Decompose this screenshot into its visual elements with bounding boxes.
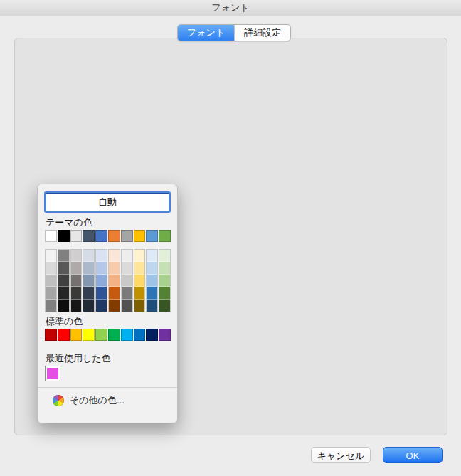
theme-variant-column: [159, 249, 171, 312]
theme-color-swatch[interactable]: [134, 230, 146, 242]
theme-variant-swatch[interactable]: [109, 262, 120, 274]
theme-variant-swatch[interactable]: [83, 275, 94, 287]
theme-variant-swatch[interactable]: [71, 287, 82, 299]
theme-variant-swatch[interactable]: [46, 287, 56, 299]
theme-variant-swatch[interactable]: [134, 300, 145, 312]
theme-variant-swatch[interactable]: [46, 262, 56, 274]
theme-color-swatch[interactable]: [70, 230, 83, 242]
tab-advanced[interactable]: 詳細設定: [234, 25, 290, 41]
theme-variant-swatch[interactable]: [147, 287, 157, 299]
theme-variant-swatch[interactable]: [159, 300, 170, 312]
standard-color-swatch[interactable]: [58, 329, 70, 341]
theme-color-swatch[interactable]: [83, 230, 95, 242]
theme-variant-swatch[interactable]: [71, 250, 82, 262]
theme-variant-column: [134, 249, 146, 312]
more-colors-label: その他の色...: [70, 394, 124, 407]
theme-variant-swatch[interactable]: [122, 250, 132, 262]
theme-variant-column: [146, 249, 158, 312]
theme-color-swatch[interactable]: [146, 230, 158, 242]
standard-color-swatch[interactable]: [146, 329, 158, 341]
theme-variant-column: [121, 249, 133, 312]
standard-color-swatch[interactable]: [108, 329, 120, 341]
theme-color-swatch[interactable]: [108, 230, 120, 242]
theme-variant-swatch[interactable]: [134, 250, 145, 262]
tab-bar: フォント 詳細設定: [177, 24, 291, 41]
theme-variant-swatch[interactable]: [83, 262, 94, 274]
cancel-button[interactable]: キャンセル: [311, 447, 371, 463]
recent-color-swatch[interactable]: [45, 366, 60, 381]
theme-variant-swatch[interactable]: [122, 275, 132, 287]
theme-variant-column: [108, 249, 120, 312]
more-colors-item[interactable]: その他の色...: [53, 394, 124, 407]
standard-color-swatch[interactable]: [134, 329, 146, 341]
theme-variant-swatch[interactable]: [134, 275, 145, 287]
theme-variant-swatch[interactable]: [83, 250, 94, 262]
standard-color-swatch[interactable]: [70, 329, 83, 341]
standard-color-swatch[interactable]: [95, 329, 107, 341]
theme-color-swatch[interactable]: [45, 230, 57, 242]
theme-variant-swatch[interactable]: [46, 250, 56, 262]
theme-variant-swatch[interactable]: [83, 287, 94, 299]
theme-variant-swatch[interactable]: [58, 250, 69, 262]
theme-variant-swatch[interactable]: [122, 300, 132, 312]
theme-variant-column: [70, 249, 83, 312]
automatic-color-button[interactable]: 自動: [46, 193, 169, 211]
window-title: フォント: [211, 2, 249, 13]
tab-font[interactable]: フォント: [178, 25, 234, 41]
theme-variant-swatch[interactable]: [58, 275, 69, 287]
standard-color-swatch[interactable]: [121, 329, 133, 341]
theme-variant-swatch[interactable]: [58, 262, 69, 274]
popup-divider: [38, 387, 177, 388]
recent-colors-label: 最近使用した色: [46, 352, 111, 365]
theme-variant-swatch[interactable]: [147, 262, 157, 274]
standard-colors-label: 標準の色: [46, 315, 83, 328]
window-titlebar: フォント: [0, 0, 461, 16]
theme-variant-swatch[interactable]: [46, 275, 56, 287]
ok-button[interactable]: OK: [383, 447, 443, 463]
theme-color-row: [45, 230, 171, 242]
standard-color-row: [45, 329, 171, 341]
theme-variant-swatch[interactable]: [83, 300, 94, 312]
theme-variant-swatch[interactable]: [96, 287, 107, 299]
theme-variant-swatch[interactable]: [96, 275, 107, 287]
standard-color-swatch[interactable]: [159, 329, 171, 341]
theme-variant-swatch[interactable]: [71, 300, 82, 312]
theme-color-swatch[interactable]: [95, 230, 107, 242]
theme-variant-column: [95, 249, 107, 312]
theme-variant-swatch[interactable]: [122, 287, 132, 299]
theme-variant-swatch[interactable]: [122, 262, 132, 274]
theme-variant-column: [58, 249, 70, 312]
theme-variant-grid: [45, 249, 171, 312]
theme-variant-swatch[interactable]: [147, 275, 157, 287]
font-color-popup: 自動 テーマの色 標準の色 最近使用した色 その他の色...: [37, 184, 178, 423]
theme-variant-swatch[interactable]: [96, 300, 107, 312]
theme-variant-swatch[interactable]: [109, 250, 120, 262]
recent-color-row: [45, 366, 60, 381]
theme-variant-swatch[interactable]: [109, 300, 120, 312]
theme-variant-swatch[interactable]: [96, 250, 107, 262]
theme-color-swatch[interactable]: [58, 230, 70, 242]
standard-color-swatch[interactable]: [83, 329, 95, 341]
theme-variant-swatch[interactable]: [134, 262, 145, 274]
standard-color-swatch[interactable]: [45, 329, 57, 341]
theme-variant-swatch[interactable]: [134, 287, 145, 299]
theme-variant-swatch[interactable]: [109, 287, 120, 299]
theme-colors-label: テーマの色: [46, 216, 92, 229]
theme-variant-swatch[interactable]: [58, 300, 69, 312]
theme-color-swatch[interactable]: [121, 230, 133, 242]
theme-color-swatch[interactable]: [159, 230, 171, 242]
theme-variant-swatch[interactable]: [46, 300, 56, 312]
theme-variant-swatch[interactable]: [71, 275, 82, 287]
theme-variant-swatch[interactable]: [147, 250, 157, 262]
theme-variant-swatch[interactable]: [147, 300, 157, 312]
theme-variant-swatch[interactable]: [109, 275, 120, 287]
theme-variant-column: [45, 249, 57, 312]
color-wheel-icon: [53, 395, 64, 406]
theme-variant-swatch[interactable]: [159, 275, 170, 287]
theme-variant-swatch[interactable]: [71, 262, 82, 274]
theme-variant-swatch[interactable]: [159, 250, 170, 262]
theme-variant-swatch[interactable]: [96, 262, 107, 274]
theme-variant-swatch[interactable]: [159, 262, 170, 274]
theme-variant-swatch[interactable]: [159, 287, 170, 299]
theme-variant-swatch[interactable]: [58, 287, 69, 299]
